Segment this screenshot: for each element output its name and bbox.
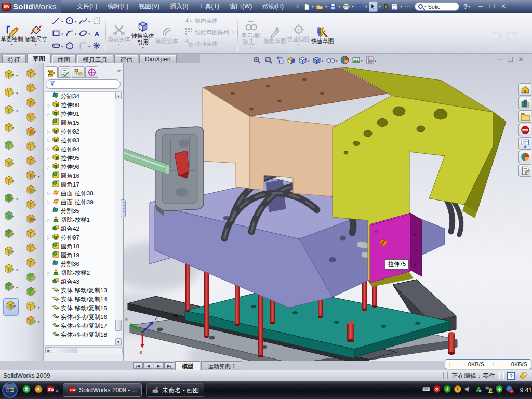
chevron-down-icon[interactable]: ▾ (16, 197, 18, 202)
defender-icon[interactable] (495, 385, 503, 395)
chevron-down-icon[interactable]: ▾ (75, 32, 77, 36)
lofted-surface-button[interactable] (25, 111, 37, 126)
chevron-down-icon[interactable]: ▾ (375, 59, 377, 63)
tree-item[interactable]: ▷拉伸90 (45, 101, 115, 110)
chevron-down-icon[interactable]: ▾ (88, 32, 90, 36)
swept-surface-button[interactable] (25, 97, 37, 111)
feature-manager-tab[interactable] (45, 66, 58, 78)
volume-icon[interactable] (464, 385, 472, 395)
tree-item[interactable]: 实体-移动/复制18 (45, 330, 115, 339)
chevron-down-icon[interactable]: ▾ (11, 43, 13, 47)
tree-item[interactable]: 实体-移动/复制15 (45, 304, 115, 313)
chevron-down-icon[interactable]: ▾ (38, 175, 40, 179)
select-cursor-icon[interactable] (369, 1, 378, 12)
chevron-down-icon[interactable]: ▾ (424, 5, 427, 9)
chevron-down-icon[interactable]: ▾ (365, 4, 367, 9)
solidworks-quick-icon[interactable]: SW (46, 385, 55, 395)
toolbar-button-smart-dimension[interactable]: 智能尺寸▾ (24, 22, 48, 47)
chevron-down-icon[interactable]: ▾ (308, 59, 310, 63)
security-alert-icon[interactable] (433, 385, 441, 395)
chevron-down-icon[interactable]: ▾ (322, 59, 324, 63)
pin-icon[interactable] (294, 1, 302, 12)
revolved-surface-button[interactable] (25, 82, 37, 97)
expand-arrow-icon[interactable]: ▷ (46, 218, 51, 222)
last-frame-button[interactable]: ▶| (164, 362, 174, 369)
status-help-icon[interactable]: ? (507, 372, 515, 380)
tree-item[interactable]: 组合43 (45, 277, 115, 286)
linear-pattern-button[interactable]: ▾ (3, 192, 18, 207)
start-button[interactable] (2, 382, 18, 398)
open-file-icon[interactable] (315, 1, 324, 12)
tree-item[interactable]: ▷拉伸94 (45, 145, 115, 154)
scroll-up-button[interactable]: ▲ (115, 92, 122, 99)
extend-surface-button[interactable] (25, 242, 37, 257)
expand-arrow-icon[interactable]: ▷ (46, 271, 51, 275)
polygon-button[interactable] (64, 41, 77, 53)
overflow-icon[interactable] (404, 1, 411, 12)
wrap-button[interactable] (3, 175, 16, 189)
panel-splitter-handle[interactable] (121, 200, 126, 217)
arc-button[interactable]: ▾ (64, 28, 77, 41)
next-frame-button[interactable]: ▶ (154, 362, 164, 369)
tree-item[interactable]: ▷拉伸95 (45, 154, 115, 163)
menu-插入(I)[interactable]: 插入(I) (165, 1, 193, 12)
first-frame-button[interactable]: |◀ (133, 362, 143, 369)
filled-surface-button[interactable] (25, 140, 37, 155)
keyboard-icon[interactable] (421, 385, 431, 395)
tree-item[interactable]: 圆角19 (45, 251, 115, 260)
messenger-icon[interactable] (22, 385, 31, 395)
combine-button[interactable] (3, 228, 16, 242)
expand-arrow-icon[interactable]: ▷ (46, 129, 51, 134)
menu-帮助(H)[interactable]: 帮助(H) (258, 1, 288, 12)
part-insert-block[interactable] (370, 213, 422, 283)
chevron-down-icon[interactable]: ▾ (338, 4, 340, 9)
expand-arrow-icon[interactable]: ▷ (46, 147, 51, 152)
shell-button[interactable] (3, 139, 16, 154)
menu-工具(T)[interactable]: 工具(T) (194, 1, 224, 12)
tree-item[interactable]: ▷拉伸92 (45, 127, 115, 136)
antivirus-icon[interactable] (34, 385, 43, 395)
toolbox-tab[interactable] (518, 124, 531, 136)
tree-item[interactable]: 实体-移动/复制16 (45, 313, 115, 322)
chevron-down-icon[interactable]: ▾ (35, 43, 37, 47)
tree-item[interactable]: 实体-移动/复制17 (45, 322, 115, 330)
scrollbar-thumb[interactable] (54, 348, 77, 353)
previous-view-button[interactable] (275, 56, 284, 66)
tab-特征[interactable]: 特征 (2, 55, 26, 63)
messenger-busy-icon[interactable] (506, 385, 514, 395)
file-explorer-tab[interactable] (518, 110, 531, 123)
property-manager-tab[interactable] (58, 66, 71, 78)
rib-button[interactable] (3, 157, 16, 171)
prev-frame-button[interactable]: ◀ (143, 362, 153, 369)
tree-item[interactable]: ▷拉伸91 (45, 110, 115, 118)
save-icon[interactable] (329, 1, 337, 12)
chevron-down-icon[interactable]: ▾ (16, 268, 18, 272)
sync-icon[interactable] (474, 385, 483, 395)
chevron-down-icon[interactable]: ▾ (312, 4, 314, 9)
chevron-down-icon[interactable]: ▾ (325, 4, 327, 9)
tag-icon[interactable] (518, 371, 528, 380)
boundary-surface-button[interactable] (25, 126, 37, 140)
custom-properties-tab[interactable] (518, 164, 531, 177)
chevron-down-icon[interactable]: ▾ (142, 46, 144, 50)
chevron-down-icon[interactable]: ▾ (16, 74, 18, 78)
options-icon[interactable] (390, 1, 399, 12)
doc-minimize-button[interactable]: ─ (498, 57, 502, 63)
appearances-tab[interactable] (518, 151, 531, 163)
tree-item[interactable]: 圆角16 (45, 171, 115, 180)
offset-surface-button[interactable]: ▾ (25, 169, 40, 184)
chevron-down-icon[interactable]: ▾ (38, 320, 40, 324)
tree-item[interactable]: ▷拉伸93 (45, 136, 115, 145)
tab-评估[interactable]: 评估 (114, 55, 138, 63)
menu-视图(V)[interactable]: 视图(V) (134, 1, 164, 12)
expand-arrow-icon[interactable]: ▷ (46, 235, 51, 240)
solidworks-resources-tab[interactable] (518, 83, 531, 96)
tree-item[interactable]: ▷曲面-拉伸39 (45, 198, 115, 207)
move-copy-body-button[interactable] (3, 245, 16, 260)
chevron-down-icon[interactable]: ▾ (61, 32, 63, 36)
doc-restore-button[interactable]: ❒ (507, 57, 513, 63)
expand-arrow-icon[interactable]: ▷ (46, 200, 51, 205)
chevron-down-icon[interactable]: ▾ (88, 45, 90, 49)
toolbar-button-rapid-sketch[interactable]: 快速草图 (311, 24, 335, 44)
tab-模型[interactable]: 模型 (175, 361, 200, 370)
